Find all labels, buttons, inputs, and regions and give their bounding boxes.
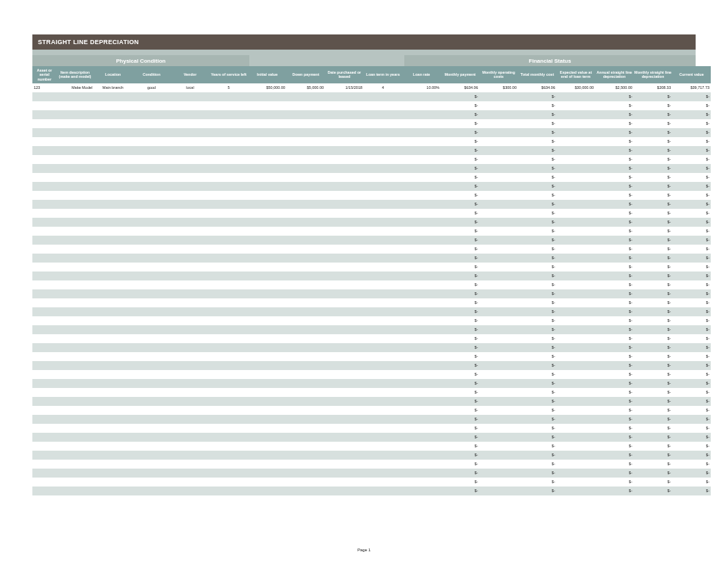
cell-service [209,272,248,280]
page-footer: Page 1 [0,548,728,552]
cell-service [209,146,248,155]
cell-service [209,388,248,397]
cell-loanrate [402,334,441,343]
cell-vendor [171,325,209,334]
cell-date [325,289,364,298]
cell-initval [248,334,287,343]
cell-date [325,361,364,370]
cell-service [209,487,248,495]
cell-location [94,478,132,487]
cell-desc [56,334,94,343]
cell-serial [32,325,56,334]
cell-serial [32,478,56,487]
cell-location [94,155,132,164]
cell-expval [557,370,595,379]
cell-tmcost: $- [518,209,557,218]
cell-curval: $- [672,469,711,478]
cell-service [209,370,248,379]
cell-location [94,388,132,397]
cell-location [94,415,132,424]
cell-expval [557,478,595,487]
table-row: $-$-$-$-$- [32,254,711,263]
cell-loanterm [364,236,402,245]
cell-location [94,245,132,254]
cell-mpay: $- [441,218,479,227]
cell-down [287,307,325,316]
cell-down [287,433,325,442]
cell-loanterm [364,137,402,146]
cell-serial [32,191,56,200]
table-row: $-$-$-$-$- [32,352,711,361]
cell-expval [557,200,595,209]
cell-desc [56,137,94,146]
cell-desc [56,101,94,110]
cell-curval: $- [672,110,711,119]
cell-desc [56,487,94,495]
cell-condition [132,325,171,334]
table-row: $-$-$-$-$- [32,200,711,209]
cell-location [94,227,132,236]
cell-asl: $- [595,388,634,397]
table-row: $-$-$-$-$- [32,110,711,119]
cell-mpay: $- [441,128,479,137]
cell-msl: $- [634,352,672,361]
cell-location [94,101,132,110]
cell-location [94,236,132,245]
cell-loanterm: 4 [364,83,402,92]
table-row: $-$-$-$-$- [32,334,711,343]
cell-loanrate [402,173,441,182]
cell-mpay: $- [441,325,479,334]
cell-serial [32,146,56,155]
cell-date [325,155,364,164]
cell-expval [557,397,595,406]
cell-date [325,325,364,334]
cell-vendor [171,298,209,307]
cell-down [287,200,325,209]
table-row: $-$-$-$-$- [32,298,711,307]
cell-curval: $- [672,119,711,128]
cell-asl: $- [595,137,634,146]
cell-mops [479,388,518,397]
cell-loanterm [364,487,402,495]
cell-expval [557,460,595,469]
col-header-msl: Monthly straight line depreciation [634,66,672,83]
cell-down [287,316,325,325]
cell-vendor [171,352,209,361]
cell-vendor [171,433,209,442]
cell-mops [479,370,518,379]
cell-curval: $- [672,325,711,334]
cell-vendor [171,487,209,495]
cell-desc [56,451,94,460]
table-row: $-$-$-$-$- [32,361,711,370]
table-row: $-$-$-$-$- [32,451,711,460]
cell-tmcost: $- [518,487,557,495]
cell-vendor [171,379,209,388]
cell-service [209,424,248,433]
cell-loanterm [364,155,402,164]
cell-service [209,352,248,361]
cell-down [287,451,325,460]
cell-desc [56,173,94,182]
cell-tmcost: $- [518,451,557,460]
cell-down [287,424,325,433]
cell-mpay: $- [441,433,479,442]
cell-desc [56,236,94,245]
cell-loanterm [364,325,402,334]
cell-mops [479,352,518,361]
cell-service [209,379,248,388]
cell-condition [132,137,171,146]
cell-desc [56,343,94,352]
cell-condition [132,442,171,451]
cell-desc [56,325,94,334]
cell-date [325,254,364,263]
document-title: STRAIGHT LINE DEPRECIATION [38,39,139,45]
cell-asl: $- [595,406,634,415]
cell-down [287,119,325,128]
cell-location [94,433,132,442]
col-header-date: Date purchased or leased [325,66,364,83]
cell-condition [132,451,171,460]
cell-asl: $- [595,146,634,155]
cell-curval: $- [672,307,711,316]
cell-msl: $- [634,110,672,119]
cell-mpay: $- [441,379,479,388]
